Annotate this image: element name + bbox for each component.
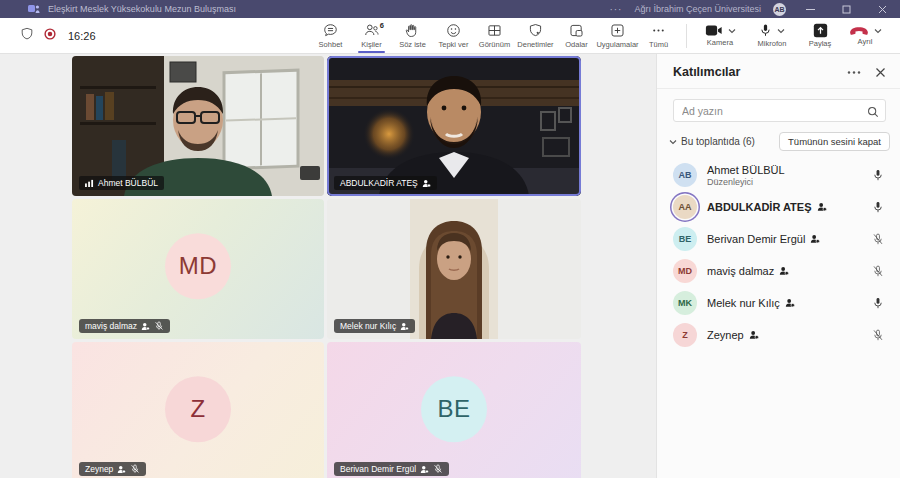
leave-button[interactable]: Ayrıl [842, 19, 888, 53]
camera-icon [705, 24, 723, 37]
avatar-tile-berivan[interactable]: BE Berivan Demir Ergül [327, 342, 581, 478]
attendee-icon [810, 234, 820, 244]
leave-chevron-down-icon[interactable] [874, 28, 882, 34]
participant-row[interactable]: MK Melek nur Kılıç [657, 287, 900, 319]
participant-name: Berivan Demir Ergül [707, 233, 805, 245]
section-label: Bu toplantıda (6) [681, 136, 755, 147]
tile-nametag: Melek nur Kılıç [334, 319, 415, 333]
participant-row[interactable]: Z Zeynep [657, 319, 900, 351]
rooms-icon [568, 22, 585, 39]
close-window-icon[interactable] [870, 1, 894, 17]
section-chevron-icon[interactable] [669, 139, 677, 145]
attendee-icon [117, 465, 126, 474]
share-icon [813, 23, 828, 38]
signal-strength-icon [85, 179, 94, 187]
video-tile-melek[interactable]: Melek nur Kılıç [327, 199, 581, 339]
attendee-icon [420, 465, 429, 474]
attendee-icon [141, 322, 150, 331]
microphone-button[interactable]: Mikrofon [746, 19, 798, 53]
tile-nametag: maviş dalmaz [79, 319, 170, 333]
participant-avatar-speaking: AA [673, 195, 697, 219]
teams-meeting-window: Eleşkirt Meslek Yüksekokulu Mezun Buluşm… [0, 0, 900, 478]
more-ellipsis-icon [650, 22, 667, 39]
participant-name: Melek nur Kılıç [707, 297, 780, 309]
people-count-badge: 6 [380, 21, 384, 30]
participant-role: Düzenleyici [707, 177, 785, 187]
participant-list: AB Ahmet BÜLBÜL Düzenleyici AA ABDULKADİ… [657, 154, 900, 478]
react-smiley-icon [445, 22, 462, 39]
meeting-toolbar: 16:26 Sohbet 6 Kişiler Söz iste Tepki ve… [0, 18, 900, 54]
microphone-icon [759, 23, 772, 38]
search-icon [867, 104, 879, 122]
panel-title: Katılımcılar [673, 65, 740, 79]
attendee-icon [817, 202, 827, 212]
titlebar: Eleşkirt Meslek Yüksekokulu Mezun Buluşm… [0, 0, 900, 18]
window-title: Eleşkirt Meslek Yüksekokulu Mezun Buluşm… [48, 4, 236, 14]
mic-muted-icon [433, 464, 443, 474]
microphone-chevron-down-icon[interactable] [777, 28, 785, 34]
avatar-tile-mavis[interactable]: MD maviş dalmaz [72, 199, 324, 339]
mic-on-icon[interactable] [872, 201, 884, 214]
avatar: MD [165, 233, 231, 299]
user-avatar[interactable]: AB [773, 3, 786, 16]
minimize-icon[interactable] [798, 1, 822, 17]
mic-muted-icon[interactable] [872, 265, 884, 278]
mic-muted-icon[interactable] [872, 233, 884, 246]
controls-button[interactable]: Denetimler [515, 19, 556, 53]
apps-button[interactable]: Uygulamalar [597, 19, 638, 53]
people-icon [363, 22, 380, 39]
attendee-icon [779, 266, 789, 276]
participant-row[interactable]: AA ABDULKADİR ATEŞ [657, 191, 900, 223]
toolbar-divider [686, 24, 687, 48]
mic-on-icon[interactable] [872, 297, 884, 310]
react-button[interactable]: Tepki ver [433, 19, 474, 53]
titlebar-more-icon[interactable]: ··· [609, 4, 622, 15]
tenant-name: Ağrı İbrahim Çeçen Üniversitesi [634, 4, 761, 14]
more-button[interactable]: Tümü [638, 19, 679, 53]
participant-row[interactable]: BE Berivan Demir Ergül [657, 223, 900, 255]
attendee-icon [785, 298, 795, 308]
chat-icon [322, 22, 339, 39]
attendee-icon [400, 322, 409, 331]
attendee-icon [749, 330, 759, 340]
mic-muted-icon [154, 321, 164, 331]
chat-button[interactable]: Sohbet [310, 19, 351, 53]
mic-on-icon[interactable] [872, 169, 884, 182]
participant-row[interactable]: MD maviş dalmaz [657, 255, 900, 287]
video-grid: Ahmet BÜLBÜL [72, 56, 582, 478]
panel-more-icon[interactable] [847, 70, 861, 75]
tile-nametag: Ahmet BÜLBÜL [79, 176, 164, 190]
toolbar-nav: Sohbet 6 Kişiler Söz iste Tepki ver Görü… [310, 19, 679, 53]
avatar: BE [421, 376, 487, 442]
participant-avatar: Z [673, 323, 697, 347]
camera-button[interactable]: Kamera [694, 19, 746, 53]
teams-logo-icon [28, 4, 40, 14]
tile-nametag: ABDULKADİR ATEŞ [334, 176, 437, 190]
participant-row[interactable]: AB Ahmet BÜLBÜL Düzenleyici [657, 156, 900, 191]
rooms-button[interactable]: Odalar [556, 19, 597, 53]
video-feed [72, 56, 324, 196]
participant-search-input[interactable] [673, 99, 886, 122]
mute-all-button[interactable]: Tümünün sesini kapat [779, 132, 890, 151]
maximize-icon[interactable] [834, 1, 858, 17]
tile-nametag: Berivan Demir Ergül [334, 462, 449, 476]
people-button[interactable]: 6 Kişiler [351, 19, 392, 53]
avatar-tile-zeynep[interactable]: Z Zeynep [72, 342, 324, 478]
camera-chevron-down-icon[interactable] [728, 28, 736, 34]
video-feed [327, 199, 581, 339]
participant-name: maviş dalmaz [707, 265, 774, 277]
share-button[interactable]: Paylaş [798, 19, 842, 53]
participant-name: Zeynep [707, 329, 744, 341]
mic-muted-icon [130, 464, 140, 474]
controls-shield-icon [527, 22, 544, 39]
video-tile-abdulkadir[interactable]: ABDULKADİR ATEŞ [327, 56, 581, 196]
avatar: Z [165, 376, 231, 442]
raise-hand-button[interactable]: Söz iste [392, 19, 433, 53]
video-tile-ahmet[interactable]: Ahmet BÜLBÜL [72, 56, 324, 196]
view-grid-icon [486, 22, 503, 39]
meeting-timer: 16:26 [68, 30, 96, 42]
view-button[interactable]: Görünüm [474, 19, 515, 53]
mic-muted-icon[interactable] [872, 329, 884, 342]
video-feed [327, 56, 581, 196]
panel-close-icon[interactable] [875, 67, 886, 78]
